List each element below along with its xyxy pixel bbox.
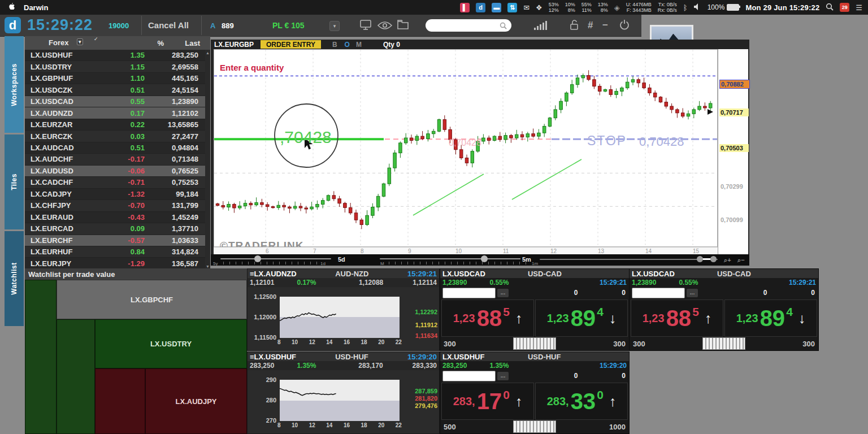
watchlist-row[interactable]: LX.EURAUD-0.431,45249 [25,212,205,223]
power-icon[interactable] [619,19,630,33]
order-entry-button[interactable]: ORDER ENTRY [261,40,321,49]
sidebar-tab-tiles[interactable]: Tiles [5,134,24,229]
symbol-search-input[interactable] [426,19,511,32]
column-pct[interactable]: % [138,39,164,47]
watchlist-row[interactable]: LX.USDCZK0.5124,5154 [25,84,205,96]
chart-qty[interactable]: Qty 0 [383,41,400,49]
watchlist-row[interactable]: LX.EURCHF-0.571,03633 [25,235,205,246]
notification-list-icon[interactable]: ☰ [856,3,862,12]
treemap-box[interactable] [25,280,57,434]
sync-app-icon[interactable]: ⇅ [507,3,517,12]
watchlist-row[interactable]: LX.AUDUSD-0.060,76525 [25,166,205,177]
mini-plot[interactable] [280,380,400,421]
watchlist-row[interactable]: LX.USDHUF1.35283,250 [25,50,205,61]
unlock-icon[interactable] [570,19,579,33]
scroll-handle-left[interactable] [697,256,703,262]
column-forex[interactable]: Forex [49,38,68,47]
treemap-box[interactable] [57,319,95,434]
bluetooth-icon[interactable]: ᛒ [683,3,688,12]
treemap-label: LX.GBPCHF [131,296,173,304]
active-app-name[interactable]: Darwin [24,3,48,12]
divider [201,16,202,35]
cancel-all-button[interactable]: Cancel All [148,20,189,30]
watchlist-row[interactable]: LX.EURZAR0.2213,65865 [25,119,205,131]
mode-m[interactable]: M [356,41,362,49]
treemap-box-lx-audjpy[interactable]: LX.AUDJPY [145,368,247,434]
signal-bars-icon[interactable] [534,21,547,30]
more-button[interactable]: ... [497,289,509,297]
watchlist-row[interactable]: LX.CHFJPY-0.70131,799 [25,200,205,211]
buy-button[interactable]: 283, 33 0 ↑ [535,383,628,420]
quantity-input[interactable] [442,288,496,298]
calendar-icon[interactable]: 29 [840,3,849,12]
mini-high: 1,12114 [413,279,437,287]
eye-icon[interactable] [377,21,392,32]
apple-icon[interactable] [8,2,16,13]
darwin-app-icon[interactable]: d [476,3,485,12]
media-app-icon[interactable]: ▌ [460,3,470,12]
watchlist-row[interactable]: LX.AUDCAD0.510,94804 [25,142,205,154]
more-button[interactable]: ... [497,372,509,380]
watchlist-row[interactable]: LX.EURCAD0.091,37710 [25,223,205,235]
watchlist-row[interactable]: LX.CADJPY-1.3299,184 [25,189,205,200]
minimize-icon[interactable]: − [602,20,608,31]
mode-b[interactable]: B [332,41,337,49]
sidebar-tab-watchlist[interactable]: Watchlist [5,231,24,326]
menu-clock[interactable]: Mon 29 Jun 15:29:22 [745,3,819,12]
column-dropdown-icon[interactable]: ▾ [77,38,83,45]
zoom-out-icon[interactable]: ⌕− [737,257,745,264]
mini-symbol[interactable]: ≡LX.AUDNZD [250,270,297,278]
watchlist-row[interactable]: LX.AUDCHF-0.170,71348 [25,154,205,165]
tile-symbol[interactable]: LX.USDCAD [442,270,485,278]
watchlist-row[interactable]: LX.CADCHF-0.710,75253 [25,177,205,188]
ruler [223,262,318,264]
interval-slider-track[interactable] [380,258,533,259]
window-app-icon[interactable]: ▬ [492,3,501,12]
default-quantity[interactable]: 19000 [108,21,129,30]
more-button[interactable]: ... [687,289,698,297]
dropdown-button[interactable]: ▾ [329,21,340,31]
treemap-box-lx-gbpchf[interactable]: LX.GBPCHF [57,280,247,319]
volume-icon[interactable] [694,3,701,12]
darwin-logo[interactable]: d [5,17,21,33]
column-last[interactable]: Last [185,39,200,47]
diamond-monitor-icon[interactable]: ◈ [614,3,620,12]
chart-symbol[interactable]: LX.EURGBP [214,41,254,49]
watchlist-row[interactable]: LX.GBPHUF1.10445,165 [25,73,205,84]
quantity-input[interactable] [632,288,685,298]
mail-icon[interactable]: ✉ [523,3,530,12]
quantity-input[interactable] [442,371,496,381]
sidebar-tab-workspaces[interactable]: Workspaces [5,36,24,133]
buy-button[interactable]: 1,23 89 4 ↓ [724,300,817,337]
treemap-box-lx-usdtry[interactable]: LX.USDTRY [95,319,247,368]
watchlist-row[interactable]: LX.USDTRY1.152,69558 [25,61,205,72]
scroll-handle-right[interactable] [710,256,717,262]
sell-button[interactable]: 1,23 88 5 ↑ [631,300,723,337]
sell-button[interactable]: 283, 17 0 ↑ [441,383,534,420]
watchlist-row[interactable]: LX.EURCZK0.0327,2477 [25,131,205,142]
flower-menu-icon[interactable]: ❖ [536,3,542,12]
watchlist-row[interactable]: LX.EURHUF0.84314,824 [25,246,205,258]
zoom-in-icon[interactable]: ⌕+ [724,257,731,264]
buy-button[interactable]: 1,23 89 4 ↓ [535,300,628,337]
treemap-box[interactable] [95,368,145,434]
mini-plot[interactable] [280,297,400,338]
folder-icon[interactable] [397,19,409,32]
tile-symbol[interactable]: LX.USDHUF [442,353,484,361]
mini-symbol[interactable]: ≡LX.USDHUF [250,353,296,361]
watchlist-scrollbar[interactable]: ▲▼ [205,50,210,270]
hash-icon[interactable]: # [588,20,593,31]
battery-indicator[interactable]: 100% [708,3,740,11]
watchlist-row[interactable]: LX.AUDNZD0.171,12102 [25,107,205,119]
scroll-slider-track[interactable] [540,259,718,260]
candlestick-plot[interactable]: Enter a quantity ©TRADERLINK ,70428 0,70… [214,49,718,247]
watchlist-row[interactable]: LX.EURJPY-1.29136,587 [25,258,205,269]
mode-o[interactable]: O [345,41,350,49]
monitor-icon[interactable] [359,19,372,33]
range-slider-track[interactable] [220,258,331,259]
tile-symbol[interactable]: LX.USDCAD [632,270,675,278]
sell-button[interactable]: 1,23 88 5 ↑ [441,300,534,337]
price-axis[interactable]: 0,70882 0,70717 0,70503 0,70299 0,70099 [718,49,748,254]
spotlight-search-icon[interactable] [826,3,834,12]
watchlist-row[interactable]: LX.USDCAD0.551,23890 [25,96,205,107]
